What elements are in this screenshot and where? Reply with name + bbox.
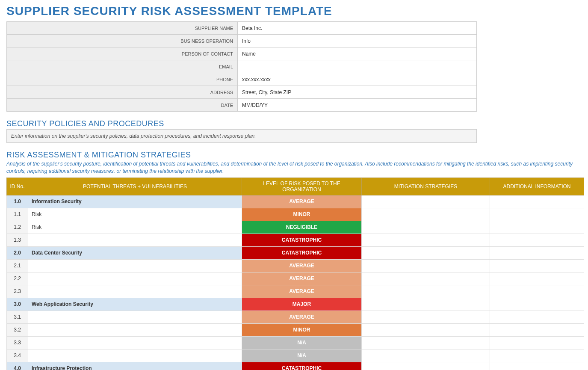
risk-additional[interactable] (490, 208, 584, 221)
info-value[interactable]: Beta Inc. (238, 22, 477, 35)
risk-additional[interactable] (490, 336, 584, 349)
info-label: PHONE (7, 73, 238, 86)
risk-threat[interactable] (28, 272, 242, 285)
risk-mitigation[interactable] (362, 259, 490, 272)
risk-id: 2.0 (7, 246, 28, 259)
risk-row: 3.1AVERAGE (7, 311, 584, 323)
risk-level[interactable]: MINOR (242, 208, 362, 221)
risk-column-header: POTENTIAL THREATS + VULNERABILITIES (28, 178, 242, 195)
risk-row: 1.0Information SecurityAVERAGE (7, 195, 584, 208)
risk-level[interactable]: NEGLIGIBLE (242, 221, 362, 234)
risk-mitigation[interactable] (362, 336, 490, 349)
risk-level[interactable]: AVERAGE (242, 285, 362, 298)
info-value[interactable]: MM/DD/YY (238, 99, 477, 112)
risk-threat[interactable]: Infrastructure Protection (28, 362, 242, 370)
risk-additional[interactable] (490, 323, 584, 336)
risk-level[interactable]: MAJOR (242, 298, 362, 311)
risk-level[interactable]: AVERAGE (242, 195, 362, 208)
risk-row: 2.3AVERAGE (7, 285, 584, 298)
risk-row: 2.0Data Center SecurityCATASTROPHIC (7, 246, 584, 259)
risk-mitigation[interactable] (362, 272, 490, 285)
risk-row: 4.0Infrastructure ProtectionCATASTROPHIC (7, 362, 584, 370)
risk-id: 4.0 (7, 362, 28, 370)
risk-threat[interactable] (28, 323, 242, 336)
risk-threat[interactable] (28, 259, 242, 272)
risk-mitigation[interactable] (362, 234, 490, 246)
risk-mitigation[interactable] (362, 349, 490, 362)
risk-row: 1.2RiskNEGLIGIBLE (7, 221, 584, 234)
risk-level[interactable]: AVERAGE (242, 259, 362, 272)
risk-row: 3.3N/A (7, 336, 584, 349)
risk-threat[interactable] (28, 311, 242, 323)
risk-mitigation[interactable] (362, 285, 490, 298)
risk-level[interactable]: CATASTROPHIC (242, 246, 362, 259)
risk-id: 3.3 (7, 336, 28, 349)
risk-threat[interactable]: Data Center Security (28, 246, 242, 259)
policies-input[interactable]: Enter information on the supplier's secu… (6, 129, 477, 143)
info-row: PERSON OF CONTACTName (7, 47, 477, 60)
policies-heading: SECURITY POLICIES AND PROCEDURES (6, 119, 582, 128)
risk-additional[interactable] (490, 221, 584, 234)
info-value[interactable]: Info (238, 35, 477, 47)
risk-column-header: MITIGATION STRATEGIES (362, 178, 490, 195)
risk-mitigation[interactable] (362, 208, 490, 221)
risk-additional[interactable] (490, 362, 584, 370)
info-label: EMAIL (7, 60, 238, 73)
page-title: SUPPLIER SECURITY RISK ASSESSMENT TEMPLA… (6, 4, 582, 18)
risk-mitigation[interactable] (362, 221, 490, 234)
risk-mitigation[interactable] (362, 298, 490, 311)
risk-level[interactable]: N/A (242, 349, 362, 362)
risk-level[interactable]: AVERAGE (242, 272, 362, 285)
info-label: DATE (7, 99, 238, 112)
risk-row: 3.0Web Application SecurityMAJOR (7, 298, 584, 311)
risk-mitigation[interactable] (362, 323, 490, 336)
risk-threat[interactable] (28, 234, 242, 246)
risk-threat[interactable] (28, 349, 242, 362)
risk-level[interactable]: N/A (242, 336, 362, 349)
info-value[interactable]: Street, City, State ZIP (238, 86, 477, 99)
risk-id: 1.3 (7, 234, 28, 246)
info-value[interactable]: Name (238, 47, 477, 60)
risk-additional[interactable] (490, 311, 584, 323)
risk-column-header: ADDITIONAL INFORMATION (490, 178, 584, 195)
risk-additional[interactable] (490, 234, 584, 246)
risk-mitigation[interactable] (362, 246, 490, 259)
risk-level[interactable]: CATASTROPHIC (242, 362, 362, 370)
risk-additional[interactable] (490, 246, 584, 259)
info-value[interactable]: xxx.xxx.xxxx (238, 73, 477, 86)
risk-threat[interactable]: Information Security (28, 195, 242, 208)
info-row: DATEMM/DD/YY (7, 99, 477, 112)
risk-row: 2.2AVERAGE (7, 272, 584, 285)
info-row: SUPPLIER NAMEBeta Inc. (7, 22, 477, 35)
risk-row: 2.1AVERAGE (7, 259, 584, 272)
risk-table: ID No.POTENTIAL THREATS + VULNERABILITIE… (6, 178, 584, 370)
risk-threat[interactable]: Web Application Security (28, 298, 242, 311)
risk-additional[interactable] (490, 285, 584, 298)
risk-threat[interactable]: Risk (28, 221, 242, 234)
risk-mitigation[interactable] (362, 195, 490, 208)
risk-additional[interactable] (490, 349, 584, 362)
risk-level[interactable]: CATASTROPHIC (242, 234, 362, 246)
risk-column-header: ID No. (7, 178, 28, 195)
risk-row: 1.1RiskMINOR (7, 208, 584, 221)
risk-mitigation[interactable] (362, 362, 490, 370)
risk-level[interactable]: AVERAGE (242, 311, 362, 323)
risk-level[interactable]: MINOR (242, 323, 362, 336)
risk-additional[interactable] (490, 259, 584, 272)
risk-threat[interactable]: Risk (28, 208, 242, 221)
risk-mitigation[interactable] (362, 311, 490, 323)
risk-id: 2.1 (7, 259, 28, 272)
risk-id: 1.0 (7, 195, 28, 208)
risk-additional[interactable] (490, 298, 584, 311)
supplier-info-table: SUPPLIER NAMEBeta Inc.BUSINESS OPERATION… (6, 21, 477, 112)
risk-threat[interactable] (28, 285, 242, 298)
risk-id: 3.1 (7, 311, 28, 323)
info-value[interactable] (238, 60, 477, 73)
info-row: PHONExxx.xxx.xxxx (7, 73, 477, 86)
risk-id: 3.2 (7, 323, 28, 336)
risk-additional[interactable] (490, 195, 584, 208)
risk-additional[interactable] (490, 272, 584, 285)
risk-threat[interactable] (28, 336, 242, 349)
info-label: ADDRESS (7, 86, 238, 99)
risk-row: 3.2MINOR (7, 323, 584, 336)
